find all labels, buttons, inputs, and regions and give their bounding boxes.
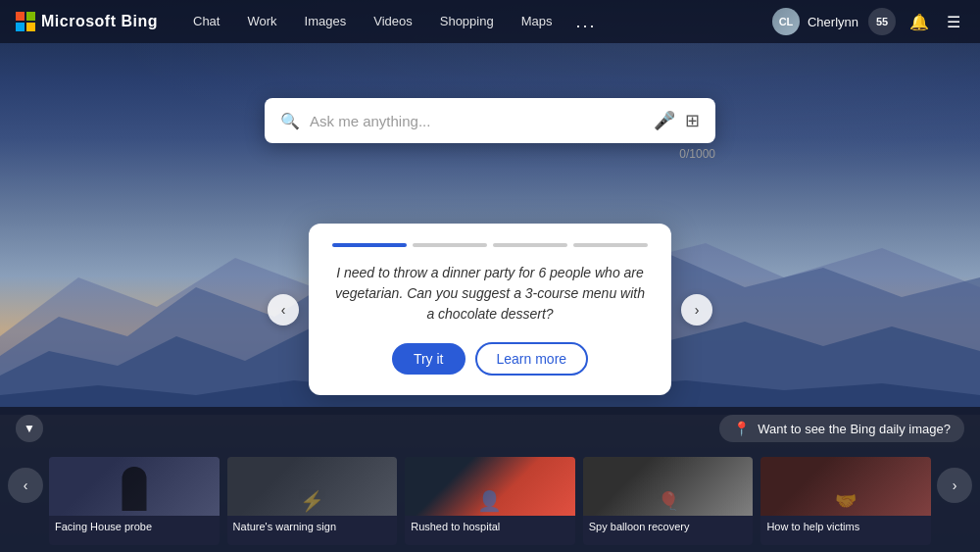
nav-shopping[interactable]: Shopping — [428, 8, 506, 36]
nav-chat[interactable]: Chat — [181, 8, 231, 36]
bottom-top-bar: ▼ 📍 Want to see the Bing daily image? — [0, 407, 980, 450]
bing-image-promo[interactable]: 📍 Want to see the Bing daily image? — [719, 415, 964, 442]
search-icon: 🔍 — [280, 112, 300, 130]
news-title-2: Nature's warning sign — [227, 516, 398, 537]
nav-images[interactable]: Images — [293, 8, 359, 36]
user-name: Cherlynn — [808, 15, 858, 29]
news-card-5[interactable]: 🤝 How to help victims — [760, 457, 931, 545]
avatar: CL — [772, 8, 800, 35]
collapse-button[interactable]: ▼ — [16, 415, 43, 442]
news-image-3: 👤 — [405, 457, 575, 516]
carousel-dot-3[interactable] — [493, 243, 567, 247]
news-title-4: Spy balloon recovery — [583, 516, 754, 537]
news-image-5: 🤝 — [760, 457, 931, 516]
rewards-badge[interactable]: 55 — [868, 8, 896, 35]
try-it-button[interactable]: Try it — [392, 343, 466, 375]
carousel-dot-2[interactable] — [413, 243, 487, 247]
carousel-dot-1[interactable] — [332, 243, 407, 247]
search-input[interactable] — [310, 113, 644, 129]
microsoft-logo-icon — [16, 12, 35, 31]
navbar-logo[interactable]: Microsoft Bing — [16, 12, 158, 31]
menu-icon[interactable]: ☰ — [943, 9, 964, 35]
notification-icon[interactable]: 🔔 — [906, 9, 933, 35]
carousel-next-button[interactable]: › — [681, 294, 712, 326]
search-box: 🔍 🎤 ⊞ — [265, 98, 715, 143]
news-title-1: Facing House probe — [49, 516, 220, 537]
nav-videos[interactable]: Videos — [362, 8, 424, 36]
news-prev-button[interactable]: ‹ — [8, 468, 43, 503]
news-next-button[interactable]: › — [937, 468, 972, 503]
news-card-1[interactable]: Facing House probe — [49, 457, 220, 545]
news-items: Facing House probe ⚡ Nature's warning si… — [49, 457, 931, 545]
bottom-section: ▼ 📍 Want to see the Bing daily image? ‹ … — [0, 407, 980, 552]
image-promo-text: Want to see the Bing daily image? — [758, 422, 951, 436]
carousel-dot-4[interactable] — [573, 243, 648, 247]
carousel-prev-button[interactable]: ‹ — [268, 294, 299, 326]
nav-more-button[interactable]: ... — [567, 8, 604, 36]
user-profile[interactable]: CL Cherlynn — [772, 8, 858, 35]
news-image-2: ⚡ — [227, 457, 398, 516]
news-image-1 — [49, 457, 220, 516]
carousel-card: ‹ I need to throw a dinner party for 6 p… — [309, 224, 671, 395]
rewards-score: 55 — [876, 16, 888, 27]
news-section: ‹ Facing House probe ⚡ Nature's warning … — [0, 450, 980, 552]
nav-links: Chat Work Images Videos Shopping Maps ..… — [181, 8, 772, 36]
search-container: 🔍 🎤 ⊞ 0/1000 — [265, 98, 715, 161]
news-title-3: Rushed to hospital — [405, 516, 575, 537]
news-image-4: 🎈 — [583, 457, 754, 516]
news-card-3[interactable]: 👤 Rushed to hospital — [405, 457, 575, 545]
nav-maps[interactable]: Maps — [510, 8, 564, 36]
camera-icon[interactable]: ⊞ — [685, 110, 700, 131]
learn-more-button[interactable]: Learn more — [475, 342, 589, 376]
carousel-buttons: Try it Learn more — [332, 342, 648, 376]
news-title-5: How to help victims — [760, 516, 931, 537]
nav-right: CL Cherlynn 55 🔔 ☰ — [772, 8, 964, 35]
search-counter: 0/1000 — [265, 143, 715, 161]
bing-logo-text: Microsoft Bing — [41, 13, 158, 30]
microphone-icon[interactable]: 🎤 — [654, 110, 675, 131]
news-card-2[interactable]: ⚡ Nature's warning sign — [227, 457, 398, 545]
carousel-text: I need to throw a dinner party for 6 peo… — [332, 263, 648, 325]
nav-work[interactable]: Work — [235, 8, 288, 36]
navbar: Microsoft Bing Chat Work Images Videos S… — [0, 0, 980, 43]
carousel-dots — [332, 243, 648, 247]
pin-icon: 📍 — [733, 421, 750, 436]
news-card-4[interactable]: 🎈 Spy balloon recovery — [583, 457, 754, 545]
